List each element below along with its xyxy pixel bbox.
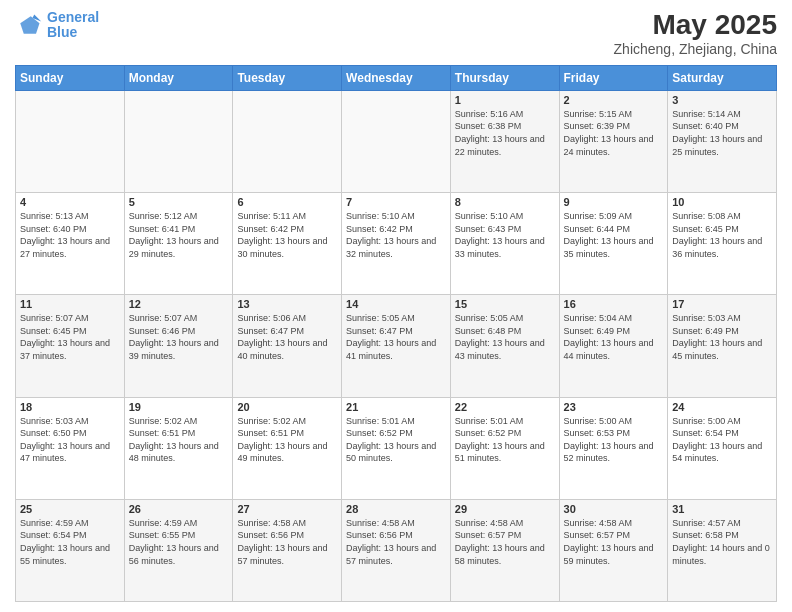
table-row: 23 Sunrise: 5:00 AMSunset: 6:53 PMDaylig…	[559, 397, 668, 499]
calendar-week-row: 1 Sunrise: 5:16 AMSunset: 6:38 PMDayligh…	[16, 90, 777, 192]
header: General Blue May 2025 Zhicheng, Zhejiang…	[15, 10, 777, 57]
day-detail: Sunrise: 4:57 AMSunset: 6:58 PMDaylight:…	[672, 517, 772, 567]
table-row: 12 Sunrise: 5:07 AMSunset: 6:46 PMDaylig…	[124, 295, 233, 397]
day-number: 2	[564, 94, 664, 106]
col-monday: Monday	[124, 65, 233, 90]
table-row	[233, 90, 342, 192]
calendar-table: Sunday Monday Tuesday Wednesday Thursday…	[15, 65, 777, 602]
day-number: 31	[672, 503, 772, 515]
table-row: 5 Sunrise: 5:12 AMSunset: 6:41 PMDayligh…	[124, 193, 233, 295]
day-detail: Sunrise: 5:03 AMSunset: 6:49 PMDaylight:…	[672, 312, 772, 362]
day-detail: Sunrise: 5:15 AMSunset: 6:39 PMDaylight:…	[564, 108, 664, 158]
day-number: 29	[455, 503, 555, 515]
title-block: May 2025 Zhicheng, Zhejiang, China	[614, 10, 777, 57]
logo-text: General Blue	[47, 10, 99, 41]
table-row: 14 Sunrise: 5:05 AMSunset: 6:47 PMDaylig…	[342, 295, 451, 397]
table-row: 17 Sunrise: 5:03 AMSunset: 6:49 PMDaylig…	[668, 295, 777, 397]
col-wednesday: Wednesday	[342, 65, 451, 90]
table-row: 11 Sunrise: 5:07 AMSunset: 6:45 PMDaylig…	[16, 295, 125, 397]
col-thursday: Thursday	[450, 65, 559, 90]
day-detail: Sunrise: 5:05 AMSunset: 6:47 PMDaylight:…	[346, 312, 446, 362]
day-number: 14	[346, 298, 446, 310]
day-detail: Sunrise: 4:59 AMSunset: 6:55 PMDaylight:…	[129, 517, 229, 567]
day-number: 23	[564, 401, 664, 413]
table-row: 16 Sunrise: 5:04 AMSunset: 6:49 PMDaylig…	[559, 295, 668, 397]
day-number: 8	[455, 196, 555, 208]
day-number: 20	[237, 401, 337, 413]
table-row: 19 Sunrise: 5:02 AMSunset: 6:51 PMDaylig…	[124, 397, 233, 499]
logo-blue: Blue	[47, 24, 77, 40]
day-number: 1	[455, 94, 555, 106]
day-detail: Sunrise: 5:02 AMSunset: 6:51 PMDaylight:…	[129, 415, 229, 465]
table-row: 21 Sunrise: 5:01 AMSunset: 6:52 PMDaylig…	[342, 397, 451, 499]
day-detail: Sunrise: 5:00 AMSunset: 6:53 PMDaylight:…	[564, 415, 664, 465]
day-detail: Sunrise: 5:13 AMSunset: 6:40 PMDaylight:…	[20, 210, 120, 260]
day-detail: Sunrise: 5:01 AMSunset: 6:52 PMDaylight:…	[455, 415, 555, 465]
table-row: 8 Sunrise: 5:10 AMSunset: 6:43 PMDayligh…	[450, 193, 559, 295]
table-row: 6 Sunrise: 5:11 AMSunset: 6:42 PMDayligh…	[233, 193, 342, 295]
col-sunday: Sunday	[16, 65, 125, 90]
table-row	[124, 90, 233, 192]
table-row	[342, 90, 451, 192]
day-number: 19	[129, 401, 229, 413]
day-number: 30	[564, 503, 664, 515]
table-row: 26 Sunrise: 4:59 AMSunset: 6:55 PMDaylig…	[124, 499, 233, 601]
day-detail: Sunrise: 4:58 AMSunset: 6:57 PMDaylight:…	[564, 517, 664, 567]
day-detail: Sunrise: 5:06 AMSunset: 6:47 PMDaylight:…	[237, 312, 337, 362]
col-friday: Friday	[559, 65, 668, 90]
table-row: 13 Sunrise: 5:06 AMSunset: 6:47 PMDaylig…	[233, 295, 342, 397]
table-row: 15 Sunrise: 5:05 AMSunset: 6:48 PMDaylig…	[450, 295, 559, 397]
col-saturday: Saturday	[668, 65, 777, 90]
col-tuesday: Tuesday	[233, 65, 342, 90]
table-row: 29 Sunrise: 4:58 AMSunset: 6:57 PMDaylig…	[450, 499, 559, 601]
day-detail: Sunrise: 5:00 AMSunset: 6:54 PMDaylight:…	[672, 415, 772, 465]
day-number: 6	[237, 196, 337, 208]
day-detail: Sunrise: 4:58 AMSunset: 6:56 PMDaylight:…	[237, 517, 337, 567]
day-number: 7	[346, 196, 446, 208]
table-row: 22 Sunrise: 5:01 AMSunset: 6:52 PMDaylig…	[450, 397, 559, 499]
logo-icon	[15, 11, 43, 39]
logo: General Blue	[15, 10, 99, 41]
day-detail: Sunrise: 4:58 AMSunset: 6:56 PMDaylight:…	[346, 517, 446, 567]
table-row: 24 Sunrise: 5:00 AMSunset: 6:54 PMDaylig…	[668, 397, 777, 499]
day-detail: Sunrise: 5:01 AMSunset: 6:52 PMDaylight:…	[346, 415, 446, 465]
day-detail: Sunrise: 4:59 AMSunset: 6:54 PMDaylight:…	[20, 517, 120, 567]
table-row: 27 Sunrise: 4:58 AMSunset: 6:56 PMDaylig…	[233, 499, 342, 601]
day-number: 18	[20, 401, 120, 413]
page-subtitle: Zhicheng, Zhejiang, China	[614, 41, 777, 57]
day-number: 11	[20, 298, 120, 310]
table-row: 28 Sunrise: 4:58 AMSunset: 6:56 PMDaylig…	[342, 499, 451, 601]
table-row: 1 Sunrise: 5:16 AMSunset: 6:38 PMDayligh…	[450, 90, 559, 192]
day-number: 24	[672, 401, 772, 413]
day-number: 28	[346, 503, 446, 515]
table-row	[16, 90, 125, 192]
table-row: 2 Sunrise: 5:15 AMSunset: 6:39 PMDayligh…	[559, 90, 668, 192]
table-row: 7 Sunrise: 5:10 AMSunset: 6:42 PMDayligh…	[342, 193, 451, 295]
calendar-week-row: 11 Sunrise: 5:07 AMSunset: 6:45 PMDaylig…	[16, 295, 777, 397]
day-detail: Sunrise: 5:12 AMSunset: 6:41 PMDaylight:…	[129, 210, 229, 260]
day-number: 4	[20, 196, 120, 208]
day-number: 27	[237, 503, 337, 515]
logo-general: General	[47, 9, 99, 25]
day-number: 15	[455, 298, 555, 310]
calendar-week-row: 25 Sunrise: 4:59 AMSunset: 6:54 PMDaylig…	[16, 499, 777, 601]
day-number: 12	[129, 298, 229, 310]
day-number: 5	[129, 196, 229, 208]
table-row: 9 Sunrise: 5:09 AMSunset: 6:44 PMDayligh…	[559, 193, 668, 295]
day-number: 22	[455, 401, 555, 413]
table-row: 25 Sunrise: 4:59 AMSunset: 6:54 PMDaylig…	[16, 499, 125, 601]
day-detail: Sunrise: 5:07 AMSunset: 6:46 PMDaylight:…	[129, 312, 229, 362]
table-row: 18 Sunrise: 5:03 AMSunset: 6:50 PMDaylig…	[16, 397, 125, 499]
table-row: 4 Sunrise: 5:13 AMSunset: 6:40 PMDayligh…	[16, 193, 125, 295]
day-detail: Sunrise: 5:03 AMSunset: 6:50 PMDaylight:…	[20, 415, 120, 465]
table-row: 3 Sunrise: 5:14 AMSunset: 6:40 PMDayligh…	[668, 90, 777, 192]
day-detail: Sunrise: 5:10 AMSunset: 6:42 PMDaylight:…	[346, 210, 446, 260]
day-detail: Sunrise: 5:08 AMSunset: 6:45 PMDaylight:…	[672, 210, 772, 260]
day-detail: Sunrise: 5:10 AMSunset: 6:43 PMDaylight:…	[455, 210, 555, 260]
day-number: 26	[129, 503, 229, 515]
day-detail: Sunrise: 5:02 AMSunset: 6:51 PMDaylight:…	[237, 415, 337, 465]
day-number: 3	[672, 94, 772, 106]
table-row: 10 Sunrise: 5:08 AMSunset: 6:45 PMDaylig…	[668, 193, 777, 295]
day-number: 9	[564, 196, 664, 208]
day-detail: Sunrise: 5:04 AMSunset: 6:49 PMDaylight:…	[564, 312, 664, 362]
